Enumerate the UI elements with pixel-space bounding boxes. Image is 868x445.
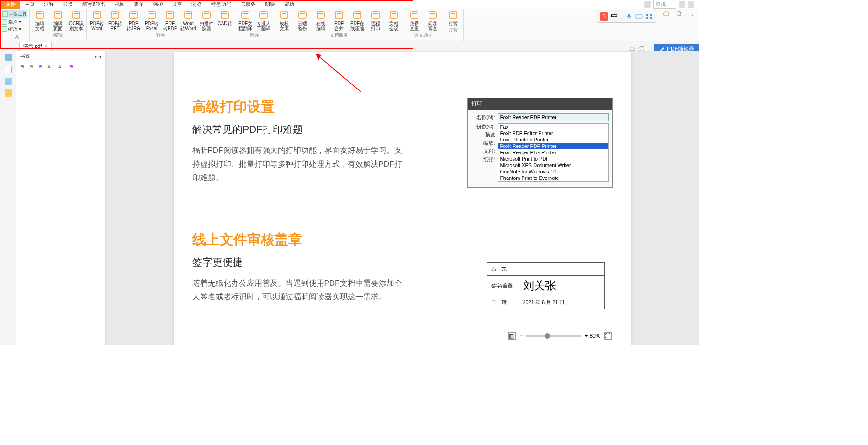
text-larger-icon[interactable]: A⁺ bbox=[48, 64, 53, 70]
zoom-slider[interactable] bbox=[526, 335, 581, 337]
document-viewport[interactable]: 高级打印设置 解决常见的PDF打印难题 福昕PDF阅读器拥有强大的打印功能，界面… bbox=[106, 51, 699, 345]
ribbon-btn[interactable]: PDF 转JPG bbox=[125, 10, 142, 31]
document-tab[interactable]: 演示.pdf × bbox=[19, 42, 52, 51]
ribbon-btn[interactable]: 编辑 页面 bbox=[50, 10, 66, 31]
menu-表单[interactable]: 表单 bbox=[129, 0, 148, 9]
ribbon-btn[interactable]: PDF转 Excel bbox=[143, 10, 160, 31]
signature-name: 刘关张 bbox=[519, 276, 604, 296]
svg-rect-48 bbox=[429, 12, 436, 18]
ribbon-btn-label: PDF 转JPG bbox=[127, 21, 140, 31]
ribbon-btn[interactable]: 编辑 文档 bbox=[32, 10, 48, 31]
ribbon-btn[interactable]: 专业人 工翻译 bbox=[255, 10, 272, 31]
mini-icon[interactable] bbox=[644, 1, 651, 8]
ribbon-btn-label: Word 转Word bbox=[180, 21, 196, 31]
ime-indicator[interactable]: S 中 , bbox=[597, 10, 656, 23]
ribbon-btn-label: 扫描件 换器 bbox=[200, 21, 213, 31]
menu-注释[interactable]: 注释 bbox=[39, 0, 58, 9]
ribbon-group-论文助手: 免费 查重问卷 调查论文助手 bbox=[404, 9, 443, 41]
view-mode-icon[interactable]: ▥ bbox=[508, 332, 516, 340]
printer-option[interactable]: Foxit Phantom Printer bbox=[498, 136, 608, 143]
ribbon-btn[interactable]: Word 转Word bbox=[180, 10, 196, 31]
zoom-out-button[interactable]: − bbox=[519, 333, 523, 339]
printer-option[interactable]: Phantom Print to Evernote bbox=[498, 175, 608, 181]
ribbon-btn[interactable]: 打赏 bbox=[445, 10, 461, 26]
ribbon-btn[interactable]: PDF 转PDF bbox=[162, 10, 178, 31]
ribbon-btn[interactable]: 免费 查重 bbox=[406, 10, 423, 31]
zoom-tool[interactable]: 缩放 ▾ bbox=[2, 26, 27, 33]
printer-list[interactable]: FaxFoxit PDF Editor PrinterFoxit Phantom… bbox=[498, 123, 609, 182]
attachments-icon[interactable] bbox=[5, 66, 12, 73]
ribbon-btn-label: PDF转 PPT bbox=[108, 21, 122, 31]
ribbon-btn[interactable]: 在线 编辑 bbox=[312, 10, 329, 31]
ribbon-group-打赏: 打赏打赏 bbox=[443, 9, 464, 41]
ribbon-btn[interactable]: PDF转 PPT bbox=[107, 10, 123, 31]
menu-朗映[interactable]: 朗映 bbox=[260, 0, 280, 9]
printer-option[interactable]: Fax bbox=[498, 124, 608, 130]
top-right-controls: 查找 bbox=[644, 0, 694, 9]
svg-rect-1 bbox=[636, 15, 642, 18]
thumbnails-icon[interactable] bbox=[5, 54, 12, 61]
bookmarks-label: 书签 bbox=[20, 53, 30, 60]
ribbon-btn-icon bbox=[388, 10, 399, 20]
bookmark-add-icon[interactable]: ⚑ bbox=[20, 64, 25, 70]
menu-浏览[interactable]: 浏览 bbox=[187, 0, 206, 9]
printer-option[interactable]: Foxit PDF Editor Printer bbox=[498, 130, 608, 136]
cloud-status-icon[interactable] bbox=[662, 10, 671, 18]
ribbon-btn-icon bbox=[427, 10, 438, 20]
printer-option[interactable]: Microsoft Print to PDF bbox=[498, 156, 608, 162]
ribbon-btn[interactable]: 远程 打印 bbox=[367, 10, 384, 31]
menu-填写&签名[interactable]: 填写&签名 bbox=[78, 0, 110, 9]
ribbon-btn-icon bbox=[110, 10, 121, 20]
notes-icon[interactable] bbox=[5, 89, 12, 97]
zoom-value: + 80% bbox=[585, 333, 600, 339]
user-icon[interactable] bbox=[675, 10, 683, 18]
hand-tool-group: 手型工具 选择 ▾ 缩放 ▾ 工具 bbox=[0, 9, 30, 41]
settings-chevron-icon[interactable] bbox=[688, 10, 696, 18]
printer-option[interactable]: OneNote for Windows 10 bbox=[498, 168, 608, 175]
group-label: 论文助手 bbox=[406, 32, 441, 38]
ribbon-btn[interactable]: PDF在 线压缩 bbox=[349, 10, 365, 31]
select-tool[interactable]: 选择 ▾ bbox=[2, 18, 27, 26]
ribbon-btn[interactable]: 问卷 调查 bbox=[424, 10, 441, 31]
menu-帮助[interactable]: 帮助 bbox=[280, 0, 299, 9]
search-input[interactable]: 查找 bbox=[653, 0, 676, 9]
printer-name-combo[interactable]: Foxit Reader PDF Printer bbox=[498, 113, 609, 121]
menu-特色功能[interactable]: 特色功能 bbox=[206, 0, 236, 9]
ribbon-btn[interactable]: 文档 会议 bbox=[386, 10, 402, 31]
ribbon-btn-icon bbox=[164, 10, 175, 20]
ribbon-btn[interactable]: PDF文 档翻译 bbox=[237, 10, 254, 31]
ribbon-btn[interactable]: OCR识 别文本 bbox=[68, 10, 85, 31]
dropdown-icon[interactable] bbox=[679, 1, 685, 8]
ribbon-btn[interactable]: 云端 备份 bbox=[294, 10, 311, 31]
panel-collapse-icon[interactable]: ▸ ◂ bbox=[95, 53, 101, 59]
menu-云服务[interactable]: 云服务 bbox=[236, 0, 260, 9]
ribbon-btn[interactable]: 扫描件 换器 bbox=[198, 10, 215, 31]
menu-保护[interactable]: 保护 bbox=[148, 0, 168, 9]
fullscreen-icon[interactable]: ⛶ bbox=[604, 332, 612, 340]
printer-option[interactable]: Microsoft XPS Document Writer bbox=[498, 162, 608, 168]
bookmark-nav-icon[interactable]: ⚑ bbox=[38, 64, 43, 70]
menu-文件[interactable]: 文件 bbox=[1, 0, 20, 9]
printer-option[interactable]: Foxit Reader PDF Printer bbox=[498, 143, 608, 149]
bookmark-goto-icon[interactable]: ⚑ bbox=[29, 64, 34, 70]
hand-tool[interactable]: 手型工具 bbox=[2, 10, 27, 18]
menu-共享[interactable]: 共享 bbox=[168, 0, 187, 9]
help-icon[interactable] bbox=[688, 1, 694, 8]
clipboard-icon[interactable] bbox=[5, 78, 12, 85]
menu-转换[interactable]: 转换 bbox=[58, 0, 78, 9]
ribbon-btn-icon bbox=[201, 10, 212, 20]
menu-视图[interactable]: 视图 bbox=[110, 0, 129, 9]
menu-主页[interactable]: 主页 bbox=[20, 0, 39, 9]
zoom-slider-thumb[interactable] bbox=[545, 333, 550, 339]
doc-label: 文档: bbox=[471, 148, 495, 155]
ribbon-btn[interactable]: PDF 合并 bbox=[331, 10, 347, 31]
ribbon-btn[interactable]: PDF转 Word bbox=[89, 10, 105, 31]
printer-option[interactable]: Foxit Reader Plus Printer bbox=[498, 149, 608, 156]
ribbon-btn[interactable]: 模板 文库 bbox=[276, 10, 292, 31]
bookmark-del-icon[interactable]: ⚑ bbox=[69, 64, 74, 70]
close-tab-icon[interactable]: × bbox=[44, 43, 47, 49]
pdf-page: 高级打印设置 解决常见的PDF打印难题 福昕PDF阅读器拥有强大的打印功能，界面… bbox=[174, 52, 631, 345]
ribbon-btn[interactable]: CAD转 bbox=[217, 10, 233, 31]
text-smaller-icon[interactable]: A⁻ bbox=[58, 64, 64, 70]
ribbon: 手型工具 选择 ▾ 缩放 ▾ 工具 编辑 文档编辑 页面OCR识 别文本编辑PD… bbox=[0, 9, 699, 41]
